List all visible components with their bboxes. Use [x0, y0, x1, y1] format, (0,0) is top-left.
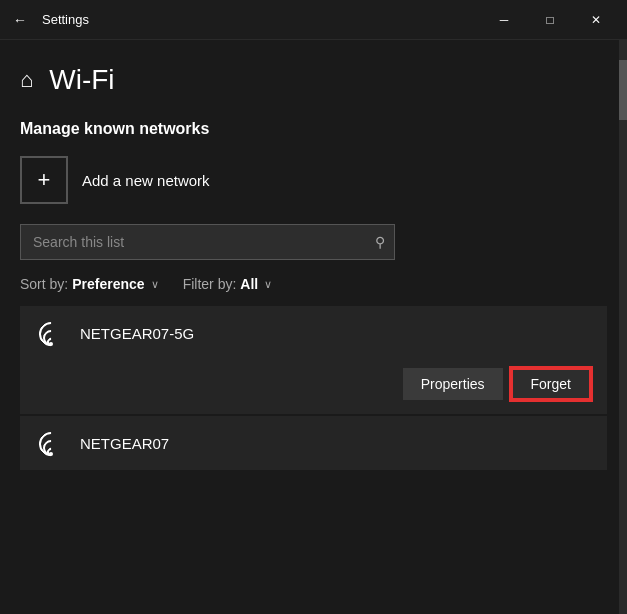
filter-chevron: ∨	[264, 278, 272, 291]
add-icon-box: +	[20, 156, 68, 204]
network-list: NETGEAR07-5G Properties Forget NETGEAR07	[20, 306, 607, 470]
network-name: NETGEAR07-5G	[80, 325, 194, 342]
titlebar: ← Settings ─ □ ✕	[0, 0, 627, 40]
sort-chevron: ∨	[151, 278, 159, 291]
filter-value: All	[240, 276, 258, 292]
network-item-header: NETGEAR07-5G	[20, 306, 607, 360]
app-title: Settings	[42, 12, 89, 27]
maximize-button[interactable]: □	[527, 0, 573, 40]
plus-icon: +	[38, 167, 51, 193]
titlebar-left: ← Settings	[10, 10, 89, 30]
add-network-button[interactable]: + Add a new network	[20, 156, 607, 204]
network-name: NETGEAR07	[80, 435, 169, 452]
minimize-button[interactable]: ─	[481, 0, 527, 40]
main-content: ⌂ Wi-Fi Manage known networks + Add a ne…	[0, 40, 627, 496]
window-controls: ─ □ ✕	[481, 0, 619, 40]
sort-dropdown[interactable]: Sort by: Preference ∨	[20, 276, 159, 292]
scrollbar[interactable]	[619, 40, 627, 614]
add-network-label: Add a new network	[82, 172, 210, 189]
wifi-dot	[49, 342, 53, 346]
search-input[interactable]	[20, 224, 395, 260]
search-icon: ⚲	[375, 234, 385, 250]
properties-button[interactable]: Properties	[403, 368, 503, 400]
sort-value: Preference	[72, 276, 144, 292]
filter-dropdown[interactable]: Filter by: All ∨	[183, 276, 273, 292]
filter-label: Filter by:	[183, 276, 237, 292]
search-container: ⚲	[20, 224, 395, 260]
home-icon: ⌂	[20, 67, 33, 93]
network-item[interactable]: NETGEAR07	[20, 416, 607, 470]
wifi-icon	[36, 320, 66, 346]
sort-label: Sort by:	[20, 276, 68, 292]
forget-button[interactable]: Forget	[511, 368, 591, 400]
page-header: ⌂ Wi-Fi	[20, 64, 607, 96]
network-actions: Properties Forget	[20, 360, 607, 414]
network-item[interactable]: NETGEAR07-5G Properties Forget	[20, 306, 607, 414]
wifi-dot	[49, 452, 53, 456]
back-icon: ←	[13, 12, 27, 28]
scrollbar-thumb[interactable]	[619, 60, 627, 120]
filter-row: Sort by: Preference ∨ Filter by: All ∨	[20, 276, 607, 292]
section-title: Manage known networks	[20, 120, 607, 138]
close-button[interactable]: ✕	[573, 0, 619, 40]
page-title: Wi-Fi	[49, 64, 114, 96]
wifi-icon	[36, 430, 66, 456]
back-button[interactable]: ←	[10, 10, 30, 30]
network-item-header: NETGEAR07	[20, 416, 607, 470]
